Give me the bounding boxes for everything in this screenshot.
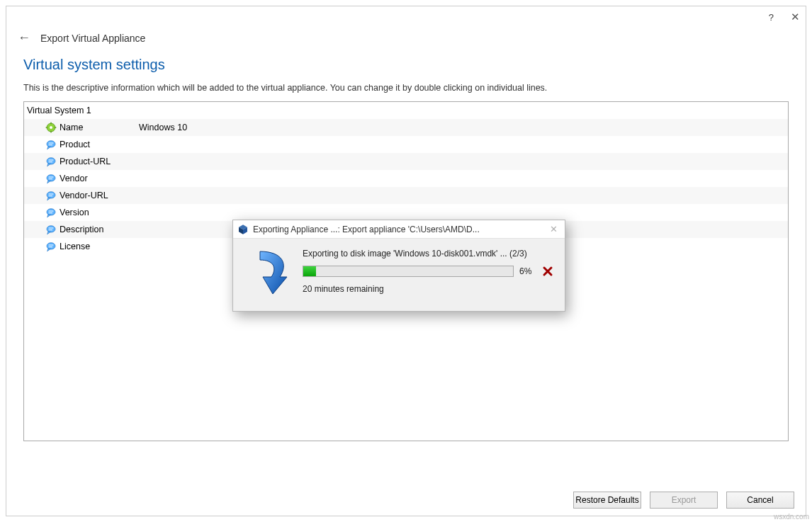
time-remaining: 20 minutes remaining — [303, 284, 553, 294]
row-value: Windows 10 — [136, 123, 788, 132]
row-key: Vendor-URL — [58, 191, 136, 200]
progress-bar — [303, 266, 514, 277]
wizard-footer: Restore Defaults Export Cancel — [573, 492, 794, 509]
watermark: wsxdn.com — [774, 513, 809, 521]
wizard-header: ← Export Virtual Appliance — [6, 28, 806, 51]
row-key: License — [58, 242, 136, 251]
bubble-icon — [44, 207, 58, 218]
progress-fill — [303, 266, 316, 276]
bubble-icon — [44, 173, 58, 184]
table-row[interactable]: Product-URL — [24, 153, 788, 170]
bubble-icon — [44, 156, 58, 167]
close-button[interactable]: ✕ — [791, 11, 800, 23]
titlebar: ? ✕ — [6, 6, 806, 28]
progress-percent: 6% — [519, 266, 536, 276]
download-arrow-icon — [246, 249, 291, 300]
table-row[interactable]: Version — [24, 204, 788, 221]
row-key: Version — [58, 208, 136, 217]
progress-dialog: Exporting Appliance ...: Export applianc… — [232, 220, 565, 312]
table-row[interactable]: Vendor-URL — [24, 187, 788, 204]
bubble-icon — [44, 224, 58, 235]
dialog-title-text: Exporting Appliance ...: Export applianc… — [253, 225, 547, 234]
bubble-icon — [44, 139, 58, 150]
svg-point-1 — [50, 126, 52, 129]
wizard-title: Export Virtual Appliance — [40, 33, 145, 44]
row-key: Description — [58, 225, 136, 234]
section-description: This is the descriptive information whic… — [6, 76, 806, 101]
export-button[interactable]: Export — [650, 492, 718, 509]
help-button[interactable]: ? — [769, 12, 774, 23]
restore-defaults-button[interactable]: Restore Defaults — [573, 492, 641, 509]
table-row[interactable]: Product — [24, 136, 788, 153]
row-key: Product-URL — [58, 157, 136, 166]
dialog-titlebar: Exporting Appliance ...: Export applianc… — [233, 220, 565, 239]
bubble-icon — [44, 190, 58, 201]
cancel-x-icon[interactable] — [542, 266, 553, 277]
row-key: Vendor — [58, 174, 136, 183]
gear-icon — [44, 122, 58, 133]
virtual-system-header[interactable]: Virtual System 1 — [24, 102, 788, 119]
virtualbox-cube-icon — [237, 224, 249, 235]
table-row[interactable]: Vendor — [24, 170, 788, 187]
cancel-button[interactable]: Cancel — [726, 492, 794, 509]
table-row[interactable]: Name Windows 10 — [24, 119, 788, 136]
virtual-system-label: Virtual System 1 — [27, 106, 91, 115]
dialog-close-button[interactable]: ✕ — [547, 224, 560, 234]
bubble-icon — [44, 241, 58, 252]
progress-message: Exporting to disk image 'Windows 10-disk… — [303, 249, 553, 259]
row-key: Name — [58, 123, 136, 132]
section-title: Virtual system settings — [6, 51, 806, 76]
row-key: Product — [58, 140, 136, 149]
back-arrow-icon[interactable]: ← — [18, 30, 30, 45]
